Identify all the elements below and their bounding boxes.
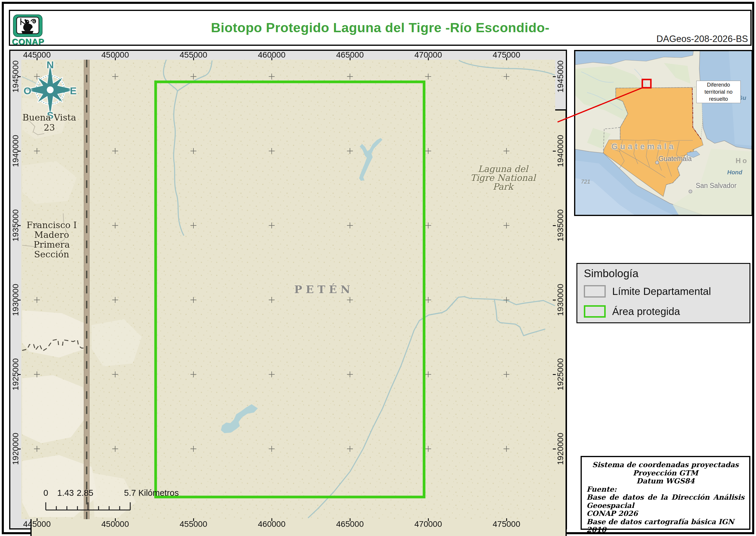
legend: Simbología Límite Departamental Área pro… [577,263,750,323]
settlement-label: 23 [44,122,55,133]
legend-item-label: Límite Departamental [612,285,711,297]
legend-item-label: Área protegida [612,306,680,318]
protected-area-swatch-icon [584,305,606,318]
credit-line: Proyección GTM [586,469,744,477]
header: CONAP Biotopo Protegido Laguna del Tigre… [9,10,752,46]
main-map-canvas [21,60,555,519]
page-title: Biotopo Protegido Laguna del Tigre -Río … [10,11,750,45]
country-label: Guatemala [611,142,676,151]
park-label: Park [492,182,513,192]
compass-north-label: N [47,59,54,71]
department-label: PETÉN [294,283,354,295]
legend-item: Área protegida [584,305,680,318]
legend-title: Simbología [584,267,639,280]
diferendo-note-line: territorial no [704,88,732,95]
scale-max-value: 5.7 [124,488,136,498]
credit-line: Base de datos cartografía básica IGN 201… [586,518,744,534]
scale-unit: Kilómetros [138,488,179,498]
document-reference: DAGeos-208-2026-BS [656,34,748,44]
settlement-label: Francisco I [27,220,77,230]
depth-label: 721 [581,179,590,185]
settlement-label: Sección [34,249,69,259]
capital-city-label: Guatemala [659,155,692,163]
inset-locator-map: Guatemala Guatemala San Salvador 721 Gu … [574,50,753,216]
honduras-label: Ho [736,156,749,165]
diferendo-note: Diferendo territorial no resuelto [696,81,740,103]
scale-label-with-unit: 5.7 Kilómetros [124,488,179,498]
map-document-page: CONAP Biotopo Protegido Laguna del Tigre… [0,0,756,536]
legend-item: Límite Departamental [584,285,711,298]
diferendo-note-line: Diferendo [707,81,730,88]
road [84,60,89,519]
scale-label: 1.43 [57,488,74,498]
credit-line: Sistema de coordenadas proyectadas [586,461,744,469]
city-label: San Salvador [696,182,737,190]
scale-label: 2.85 [77,488,93,498]
diferendo-note-line: resuelto [709,95,728,103]
compass-west-label: O [24,85,31,97]
credit-line: CONAP 2026 [586,509,744,518]
settlement-label: Primera [34,239,70,250]
compass-east-label: E [70,85,77,97]
settlement-label: Madero [34,230,69,240]
settlement-label: Buena Vista [22,112,76,123]
scale-label: 0 [44,488,48,498]
credit-line: Fuente: [586,485,744,493]
departmental-boundary-swatch-icon [584,285,606,298]
city-dot [689,190,692,193]
inset-map-canvas [575,51,752,215]
credits-box: Sistema de coordenadas proyectadas Proye… [581,456,750,530]
water-label: Hond [727,169,742,176]
credit-line: Datum WGS84 [586,477,744,485]
credit-line: Base de datos de la Dirección Análisis G… [586,493,744,509]
